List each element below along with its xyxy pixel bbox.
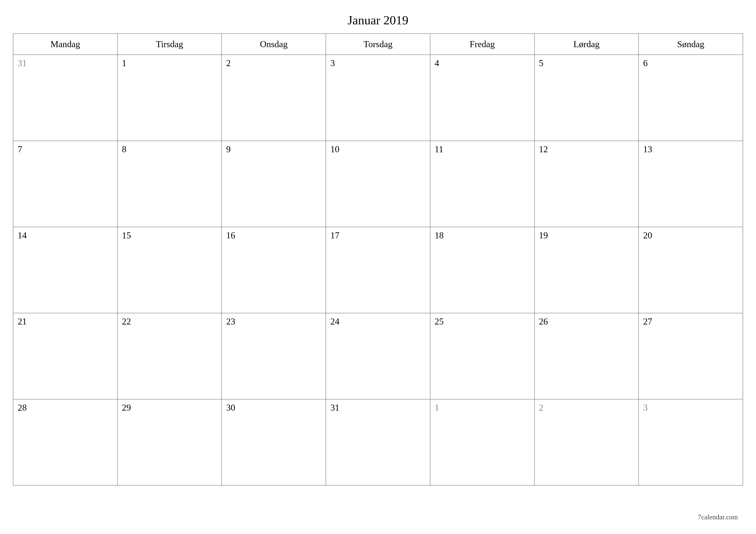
calendar-day-cell: 7 xyxy=(13,141,118,227)
weekday-header: Fredag xyxy=(430,34,534,55)
calendar-day-cell: 3 xyxy=(326,55,430,141)
calendar-day-cell: 19 xyxy=(534,227,639,313)
weekday-header: Tirsdag xyxy=(118,34,222,55)
calendar-day-cell: 31 xyxy=(13,55,118,141)
calendar-body: 31 1 2 3 4 5 6 7 8 9 10 11 12 13 14 15 1… xyxy=(13,55,743,485)
calendar-day-cell: 31 xyxy=(326,399,430,485)
calendar-day-cell: 11 xyxy=(430,141,534,227)
calendar-day-cell: 24 xyxy=(326,313,430,399)
calendar-day-cell: 1 xyxy=(430,399,534,485)
calendar-week-row: 31 1 2 3 4 5 6 xyxy=(13,55,743,141)
calendar-day-cell: 27 xyxy=(638,313,743,399)
calendar-day-cell: 10 xyxy=(326,141,430,227)
weekday-header: Onsdag xyxy=(222,34,326,55)
calendar-day-cell: 2 xyxy=(222,55,326,141)
calendar-day-cell: 8 xyxy=(118,141,222,227)
calendar-day-cell: 15 xyxy=(118,227,222,313)
calendar-week-row: 28 29 30 31 1 2 3 xyxy=(13,399,743,485)
calendar-day-cell: 28 xyxy=(13,399,118,485)
calendar-week-row: 21 22 23 24 25 26 27 xyxy=(13,313,743,399)
calendar-day-cell: 9 xyxy=(222,141,326,227)
calendar-day-cell: 6 xyxy=(638,55,743,141)
weekday-header: Søndag xyxy=(638,34,743,55)
calendar-day-cell: 21 xyxy=(13,313,118,399)
calendar-day-cell: 14 xyxy=(13,227,118,313)
calendar-week-row: 14 15 16 17 18 19 20 xyxy=(13,227,743,313)
weekday-header-row: Mandag Tirsdag Onsdag Torsdag Fredag Lør… xyxy=(13,34,743,55)
calendar-day-cell: 23 xyxy=(222,313,326,399)
calendar-day-cell: 29 xyxy=(118,399,222,485)
calendar-day-cell: 13 xyxy=(638,141,743,227)
calendar-day-cell: 30 xyxy=(222,399,326,485)
calendar-day-cell: 5 xyxy=(534,55,639,141)
calendar-week-row: 7 8 9 10 11 12 13 xyxy=(13,141,743,227)
calendar-day-cell: 20 xyxy=(638,227,743,313)
calendar-grid: Mandag Tirsdag Onsdag Torsdag Fredag Lør… xyxy=(13,33,743,486)
calendar-day-cell: 18 xyxy=(430,227,534,313)
calendar-day-cell: 3 xyxy=(638,399,743,485)
calendar-day-cell: 2 xyxy=(534,399,639,485)
source-footer: 7calendar.com xyxy=(698,513,738,521)
calendar-day-cell: 22 xyxy=(118,313,222,399)
calendar-day-cell: 12 xyxy=(534,141,639,227)
calendar-day-cell: 16 xyxy=(222,227,326,313)
weekday-header: Lørdag xyxy=(534,34,639,55)
calendar-title: Januar 2019 xyxy=(13,13,743,27)
weekday-header: Mandag xyxy=(13,34,118,55)
calendar-day-cell: 26 xyxy=(534,313,639,399)
calendar-day-cell: 25 xyxy=(430,313,534,399)
calendar-day-cell: 1 xyxy=(118,55,222,141)
weekday-header: Torsdag xyxy=(326,34,430,55)
calendar-day-cell: 4 xyxy=(430,55,534,141)
calendar-day-cell: 17 xyxy=(326,227,430,313)
